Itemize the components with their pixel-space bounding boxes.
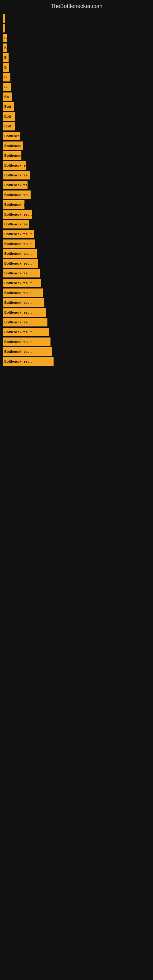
bar-label: Bottleneck re	[4, 144, 23, 148]
bar-row: Bottleneck result	[3, 308, 153, 317]
bar-label: B	[4, 75, 7, 79]
bar-label: Bottleneck result	[4, 330, 32, 334]
bar-label: Bottleneck result	[4, 291, 32, 294]
bar-item: Bott	[3, 122, 15, 130]
bar-label: Bottleneck result	[4, 310, 32, 314]
bar-row: Bottleneck result	[3, 318, 153, 326]
bar-item: Bott	[3, 112, 15, 121]
bar-row: B	[3, 43, 153, 52]
bar-row: Bott	[3, 122, 153, 130]
bar-item: Bottleneck result	[3, 347, 52, 356]
bar-item: Bottleneck result	[3, 328, 49, 336]
bar-label: Bottleneck result	[4, 360, 32, 363]
bar-row: Bottleneck result	[3, 288, 153, 297]
bar-label: Bottleneck result	[4, 320, 32, 324]
bar-label: Bottleneck result	[4, 173, 30, 177]
bar-item: Bottleneck result	[3, 249, 37, 258]
bar-item: Bottleneck result	[3, 230, 33, 238]
bar-label: Bottleneck result	[4, 213, 32, 216]
bar-item: B	[3, 43, 7, 52]
bars-container: BBBBBBBoBottBottBottBottlenecBottleneck …	[0, 11, 153, 979]
bar-item: Bottleneck result	[3, 210, 32, 219]
bar-item: B	[3, 73, 10, 81]
bar-row: Bottleneck	[3, 151, 153, 160]
bar-label: Bottleneck result	[4, 193, 30, 197]
bar-label: Bottleneck	[4, 154, 21, 158]
bar-item: Bottleneck result	[3, 279, 41, 287]
bar-row: B	[3, 34, 153, 42]
bar-item: Bottlenec	[3, 132, 20, 140]
bar-label: Bott	[4, 124, 11, 128]
bar-item: B	[3, 83, 11, 91]
bar-label: Bott	[4, 105, 11, 108]
bar-row: Bottleneck resu	[3, 220, 153, 229]
bar-row	[3, 14, 153, 23]
bar-label: Bottleneck result	[4, 261, 32, 265]
bar-item: Bottleneck result	[3, 171, 30, 180]
bar-row: Bo	[3, 92, 153, 101]
bar-item	[3, 14, 5, 23]
bar-label: Bott	[4, 115, 11, 118]
bar-row: Bottleneck result	[3, 230, 153, 238]
bar-row: Bottleneck re	[3, 142, 153, 150]
bar-item: B	[3, 63, 9, 72]
bar-item: Bottleneck re	[3, 142, 23, 150]
bar-row: Bottleneck resu	[3, 181, 153, 189]
bar-row: Bottleneck result	[3, 328, 153, 336]
bar-row: Bottleneck re	[3, 200, 153, 209]
bar-item: Bo	[3, 92, 12, 101]
bar-label: Bo	[4, 95, 9, 99]
bar-label: B	[4, 65, 7, 69]
bar-item: Bottleneck result	[3, 337, 51, 346]
bar-label: Bottleneck result	[4, 271, 32, 275]
bar-row: Bottleneck result	[3, 269, 153, 277]
bar-row: Bott	[3, 102, 153, 111]
bar-label: Bottleneck result	[4, 301, 32, 304]
bar-item: Bottleneck	[3, 151, 21, 160]
bar-item: Bottleneck result	[3, 357, 54, 366]
bar-label: Bottleneck result	[4, 340, 32, 344]
bar-item: Bottleneck resu	[3, 181, 27, 189]
bar-item: Bottleneck re	[3, 200, 24, 209]
bar-label: Bottleneck result	[4, 350, 32, 353]
bar-row: Bottleneck resu	[3, 161, 153, 170]
bar-label: B	[4, 56, 7, 59]
bar-row: Bottleneck result	[3, 171, 153, 180]
bar-item: B	[3, 53, 9, 62]
bar-item: Bottleneck result	[3, 269, 40, 277]
bar-item: Bottleneck result	[3, 288, 43, 297]
bar-row: Bottleneck result	[3, 279, 153, 287]
bar-row: Bott	[3, 112, 153, 121]
bar-row: Bottleneck result	[3, 357, 153, 366]
bar-item: Bottleneck resu	[3, 161, 26, 170]
bar-row: Bottleneck result	[3, 337, 153, 346]
site-title: TheBottlenecker.com	[0, 0, 153, 11]
bar-label: Bottleneck result	[4, 252, 32, 255]
bar-label: B	[4, 85, 7, 89]
bar-label: Bottleneck result	[4, 232, 32, 236]
bar-row: B	[3, 73, 153, 81]
page-container: TheBottlenecker.com BBBBBBBoBottBottBott…	[0, 0, 153, 980]
bar-label: Bottlenec	[4, 134, 19, 138]
bar-row	[3, 24, 153, 32]
bar-row: B	[3, 63, 153, 72]
bar-row: Bottleneck result	[3, 191, 153, 199]
bar-row: B	[3, 83, 153, 91]
bar-item: Bottleneck result	[3, 240, 35, 248]
bar-row: Bottleneck result	[3, 347, 153, 356]
bar-label: Bottleneck result	[4, 281, 32, 285]
bar-item	[3, 24, 5, 32]
bar-label: Bottleneck resu	[4, 222, 29, 226]
bar-row: Bottleneck result	[3, 210, 153, 219]
bar-item: Bottleneck result	[3, 308, 46, 317]
bar-label: Bottleneck resu	[4, 183, 27, 187]
bar-row: Bottlenec	[3, 132, 153, 140]
bar-item: B	[3, 34, 7, 42]
bar-label: Bottleneck resu	[4, 164, 26, 167]
bar-item: Bottleneck resu	[3, 220, 29, 229]
bar-item: Bottleneck result	[3, 298, 45, 307]
bar-row: Bottleneck result	[3, 298, 153, 307]
bar-row: Bottleneck result	[3, 259, 153, 268]
bar-label: B	[4, 46, 7, 49]
bar-item: Bottleneck result	[3, 318, 48, 326]
